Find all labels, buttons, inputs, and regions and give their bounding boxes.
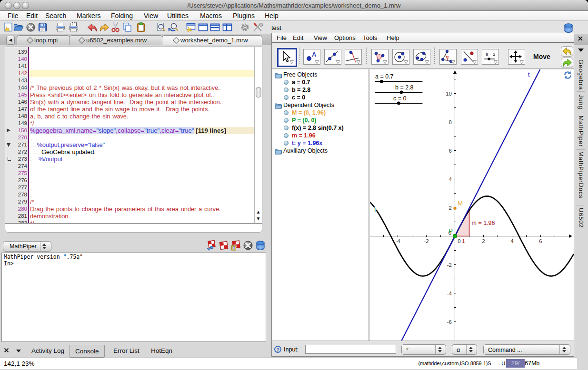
open-folder-icon[interactable] [13, 22, 23, 32]
algebra-row-c[interactable]: c = 0 [272, 94, 369, 101]
run-icon[interactable] [219, 240, 229, 251]
object-visibility-marble[interactable] [284, 80, 289, 85]
editor-line-277[interactable]: 277. [5, 184, 262, 191]
polygon-tool-icon[interactable] [371, 49, 389, 65]
geogebra-menu-view[interactable]: View [314, 34, 327, 41]
algebra-row-a[interactable]: a = 0.7 [272, 78, 369, 86]
dock-tab-console[interactable]: Console [70, 345, 105, 358]
dock-tab-jung[interactable]: Jung [578, 95, 585, 109]
algebra-row-Dependent[interactable]: Dependent Objects [272, 101, 369, 109]
editor-line-275[interactable]: 275. [5, 170, 262, 177]
scroll-down-button[interactable]: ▼ [255, 216, 261, 222]
copy-icon[interactable] [122, 22, 132, 32]
fold-expanded-icon[interactable] [7, 143, 10, 147]
page-setup-icon[interactable] [68, 22, 78, 32]
editor-line-274[interactable]: 274. [5, 163, 262, 170]
dock-tab-mathpiper[interactable]: MathPiper [578, 116, 585, 147]
dock-tab-u6502[interactable]: U6502 [578, 208, 585, 228]
angle-tool-icon[interactable]: α [439, 49, 457, 65]
refresh-view-icon[interactable] [563, 71, 571, 79]
reflect-tool-icon[interactable] [461, 49, 478, 65]
object-visibility-marble[interactable] [284, 141, 289, 146]
find-next-icon[interactable] [168, 22, 178, 32]
menu-view[interactable]: View [144, 12, 158, 19]
geogebra-menu-file[interactable]: File [277, 34, 287, 41]
run-file-icon[interactable] [230, 240, 241, 251]
dock-tab-hoteqn[interactable]: HotEqn [146, 345, 178, 357]
object-visibility-marble[interactable] [284, 133, 289, 138]
menu-plugins[interactable]: Plugins [233, 12, 255, 19]
help-icon[interactable]: ? [274, 346, 281, 353]
point-tool-icon[interactable]: A [303, 49, 320, 65]
split-horizontal-icon[interactable] [209, 22, 219, 32]
menu-markers[interactable]: Markers [77, 12, 101, 19]
algebra-view[interactable]: Free Objectsa = 0.7b = 2.8c = 0Dependent… [272, 69, 369, 341]
panel-close-icon[interactable] [578, 35, 583, 40]
algebra-row-Auxiliary[interactable]: Auxiliary Objects [272, 147, 369, 155]
geogebra-menu-edit[interactable]: Edit [293, 34, 303, 41]
stop-icon[interactable] [243, 240, 253, 251]
dock-tab-error-list[interactable]: Error List [108, 345, 145, 357]
editor-line-270[interactable]: 270. [5, 134, 262, 141]
folder-icon[interactable] [275, 72, 282, 77]
editor-line-140[interactable]: 140. [5, 56, 262, 63]
unsplit-icon[interactable] [198, 22, 208, 32]
dock-tab-mathpiperdocs[interactable]: MathPiperDocs [578, 151, 585, 198]
algebra-row-t[interactable]: t: y = 1.96x [272, 139, 369, 147]
ellipse-tool-icon[interactable] [413, 49, 430, 65]
text-editor[interactable]: 139.140.141.142.143.144/*.The.previous.p… [5, 47, 262, 224]
redo-button[interactable] [561, 58, 573, 68]
panel-menu-icon[interactable] [578, 49, 584, 52]
geogebra-menu-tools[interactable]: Tools [363, 34, 377, 41]
algebra-row-M[interactable]: M = (0, 1.96) [272, 109, 369, 117]
new-file-icon[interactable] [3, 22, 13, 32]
algebra-row-b[interactable]: b = 2.8 [272, 86, 369, 94]
algebra-row-Free[interactable]: Free Objects [272, 71, 369, 78]
editor-line-281[interactable]: 281demonstration.. [5, 213, 262, 220]
algebra-row-fx[interactable]: f(x) = 2.8 sin(0.7 x) [272, 124, 369, 132]
editor-line-147[interactable]: 147of.the.tangent.line.and.the.sin.wage.… [5, 106, 262, 113]
buffer-tab-u6502_examples.mrw[interactable]: u6502_examples.mrw [69, 35, 163, 45]
slider-handle[interactable] [397, 102, 400, 105]
slider-tool-icon[interactable]: a = 2 [482, 49, 499, 65]
object-visibility-marble[interactable] [284, 95, 289, 100]
dock-close-icon[interactable] [4, 348, 9, 353]
undo-button[interactable] [561, 46, 573, 57]
object-visibility-marble[interactable] [284, 110, 289, 115]
command-dropdown[interactable]: Command ... [483, 344, 570, 355]
move-tool-icon[interactable] [277, 48, 297, 67]
new-view-icon[interactable] [185, 22, 195, 32]
editor-line-149[interactable]: 149*/. [5, 120, 262, 127]
editor-line-148[interactable]: 148a,.b,.and.c.to.change.the.sin.wave.. [5, 113, 262, 120]
folder-icon[interactable] [275, 148, 282, 153]
console-output[interactable]: MathPiper version ".75a" In> [1, 253, 266, 342]
buffer-tab-loop.mpi[interactable]: loop.mpi [17, 35, 70, 45]
menu-folding[interactable]: Folding [111, 12, 133, 19]
menu-edit[interactable]: Edit [26, 12, 38, 19]
greek-letter-dropdown[interactable]: α [452, 344, 477, 355]
dock-tab-activity-log[interactable]: Activity Log [26, 345, 70, 357]
editor-line-272[interactable]: 272.....GeoGebra.updated.. [5, 148, 262, 156]
object-visibility-marble[interactable] [284, 118, 289, 123]
point-P[interactable] [453, 234, 457, 238]
object-visibility-marble[interactable] [284, 88, 289, 92]
database-icon[interactable] [255, 240, 266, 251]
graph-canvas[interactable]: -4-2246108642-2-4-6001tfm = 1.96MPa = 0.… [370, 69, 574, 341]
menu-search[interactable]: Search [45, 12, 66, 19]
editor-line-280[interactable]: 280Drag.the.points.to.change.the.paramet… [5, 205, 262, 213]
editor-horizontal-scrollbar[interactable] [5, 224, 262, 233]
scroll-up-button[interactable]: ▲ [255, 209, 261, 215]
folder-icon[interactable] [275, 102, 282, 107]
save-icon[interactable] [38, 22, 48, 32]
editor-line-144[interactable]: 144/*.The.previous.plot.of.2.*.Sin(x).wa… [5, 84, 262, 91]
command-input-field[interactable] [305, 345, 396, 354]
editor-line-146[interactable]: 146Sin(x).with.a.dynamic.tangent.line...… [5, 98, 262, 106]
buffer-tab-worksheet_demo_1.mrw[interactable]: worksheet_demo_1.mrw [162, 35, 262, 45]
geogebra-menu-help[interactable]: Help [387, 34, 399, 41]
line-tool-icon[interactable] [324, 49, 341, 65]
find-icon[interactable] [156, 22, 166, 32]
editor-line-145[interactable]: 145Press.<shift><enter>.on.this.fold.to.… [5, 91, 262, 98]
fold-collapsed-icon[interactable] [7, 128, 10, 132]
menu-help[interactable]: Help [265, 12, 279, 19]
editor-line-141[interactable]: 141. [5, 63, 262, 70]
